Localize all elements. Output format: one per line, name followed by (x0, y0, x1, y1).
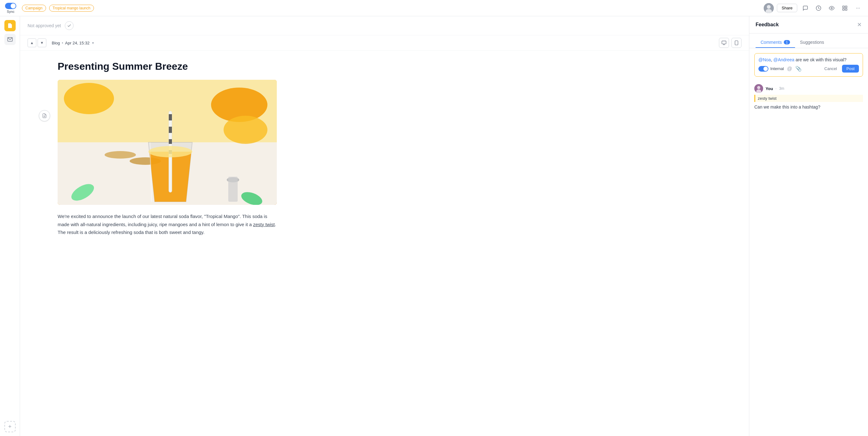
svg-point-33 (148, 146, 192, 157)
editor-toolbar: ▲ ▼ Blog • Apr 24, 15:32 ▼ (20, 35, 749, 51)
date-label: Apr 24, 15:32 (65, 41, 90, 45)
grid-icon-btn[interactable] (840, 3, 850, 13)
svg-point-35 (757, 86, 760, 89)
toolbar-nav: ▲ ▼ Blog • Apr 24, 15:32 ▼ (28, 38, 95, 47)
comment-highlight: zesty twist (754, 95, 863, 102)
internal-label: Internal (770, 66, 784, 71)
topbar: Sync Campaign Tropical mango launch Shar… (0, 0, 868, 16)
comment-time: · (776, 86, 777, 91)
comment-author: You (766, 86, 773, 91)
history-icon-btn[interactable] (813, 3, 824, 13)
mention-andreea: @Andreea (773, 57, 795, 62)
comment-text: Can we make this into a hashtag? (754, 104, 863, 110)
comment-input-text[interactable]: @Noa, @Andreea are we ok with this visua… (758, 57, 859, 62)
blog-label: Blog (52, 41, 60, 45)
sync-toggle[interactable]: Sync (5, 3, 16, 13)
doc-title: Presenting Summer Breeze (58, 61, 724, 72)
mobile-view-button[interactable] (732, 38, 742, 48)
cancel-button[interactable]: Cancel (822, 65, 839, 73)
svg-rect-5 (843, 6, 844, 7)
dropdown-chevron[interactable]: ▼ (91, 41, 95, 45)
desktop-view-button[interactable] (719, 38, 729, 48)
sidebar-add-button[interactable]: + (4, 421, 16, 432)
feedback-close-button[interactable]: ✕ (857, 21, 862, 28)
comment-actions: Internal @ 📎 Cancel Post (758, 65, 859, 73)
comment-input-area: @Noa, @Andreea are we ok with this visua… (754, 53, 863, 77)
comment-time-value: 3m (779, 86, 784, 91)
share-button[interactable]: Share (777, 4, 797, 12)
margin-comment-icon[interactable] (39, 110, 50, 121)
comments-list: You · 3m zesty twist Can we make this in… (749, 81, 868, 436)
svg-rect-7 (843, 8, 844, 10)
avatar (764, 3, 774, 13)
feedback-tabs: Comments 1 Suggestions (749, 33, 868, 48)
input-rest: are we ok with this visual? (795, 57, 847, 62)
tab-suggestions[interactable]: Suggestions (795, 37, 829, 48)
approval-text: Not approved yet (28, 23, 61, 28)
document-area: Presenting Summer Breeze (20, 51, 749, 246)
svg-point-19 (64, 83, 114, 114)
nav-up-button[interactable]: ▲ (28, 38, 36, 47)
blog-info: Blog • Apr 24, 15:32 ▼ (48, 41, 95, 45)
feedback-header: Feedback ✕ (749, 16, 868, 33)
comment-actions-left: Internal @ 📎 (758, 66, 802, 72)
main-layout: + Not approved yet ▲ ▼ Blog (0, 16, 868, 436)
mention-icon[interactable]: @ (787, 66, 792, 72)
doc-body: We're excited to announce the launch of … (58, 212, 277, 236)
feedback-title: Feedback (755, 22, 779, 28)
campaign-tag[interactable]: Campaign (22, 5, 46, 11)
left-sidebar: + (0, 16, 20, 436)
body-zesty: zesty twist (253, 222, 275, 227)
toolbar-view-buttons (719, 38, 742, 48)
feedback-panel: Feedback ✕ Comments 1 Suggestions @Noa, … (749, 16, 868, 436)
topbar-right: Share ··· (764, 3, 863, 13)
svg-rect-31 (169, 139, 172, 144)
content-area: Not approved yet ▲ ▼ Blog • Apr 24, 15:3… (20, 16, 868, 436)
comments-badge: 1 (784, 40, 790, 44)
sync-switch[interactable] (5, 3, 16, 9)
comment-header: You · 3m (754, 84, 863, 93)
svg-point-4 (831, 7, 833, 9)
sidebar-doc-icon[interactable] (4, 20, 16, 31)
tab-comments[interactable]: Comments 1 (755, 37, 795, 48)
doc-image (58, 80, 277, 205)
post-button[interactable]: Post (842, 65, 859, 73)
svg-rect-29 (169, 114, 172, 121)
nav-down-button[interactable]: ▼ (38, 38, 46, 47)
comment-actions-right: Cancel Post (822, 65, 859, 73)
comment-item: You · 3m zesty twist Can we make this in… (754, 84, 863, 110)
approval-check-button[interactable] (65, 21, 73, 30)
attachment-icon[interactable]: 📎 (795, 66, 802, 72)
svg-point-21 (224, 116, 268, 144)
approval-bar: Not approved yet (20, 16, 749, 35)
sidebar-mail-icon[interactable] (4, 34, 16, 45)
svg-point-22 (104, 151, 136, 159)
svg-rect-25 (228, 177, 238, 202)
svg-rect-8 (845, 8, 847, 10)
mention-noa: @Noa (758, 57, 771, 62)
svg-rect-10 (722, 41, 726, 44)
comments-icon-btn[interactable] (800, 3, 810, 13)
view-icon-btn[interactable] (827, 3, 837, 13)
svg-rect-30 (169, 127, 172, 133)
comment-avatar (754, 84, 763, 93)
body-text-1: We're excited to announce the launch of … (58, 213, 267, 227)
svg-rect-6 (845, 6, 847, 7)
editor-panel: Not approved yet ▲ ▼ Blog • Apr 24, 15:3… (20, 16, 749, 436)
tropical-tag[interactable]: Tropical mango launch (49, 5, 94, 11)
more-icon-btn[interactable]: ··· (853, 3, 863, 13)
internal-switch[interactable] (758, 66, 768, 72)
internal-toggle[interactable]: Internal (758, 66, 784, 72)
svg-rect-13 (735, 41, 738, 45)
dot-separator: • (62, 41, 63, 45)
svg-point-1 (767, 5, 771, 9)
sync-label: Sync (7, 10, 14, 13)
